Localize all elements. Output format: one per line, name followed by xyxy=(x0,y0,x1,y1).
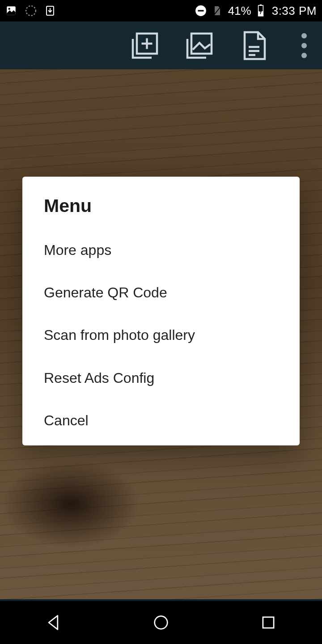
dnd-icon xyxy=(195,5,207,17)
gallery-button[interactable] xyxy=(182,28,217,64)
menu-item-reset-ads[interactable]: Reset Ads Config xyxy=(22,357,300,399)
recents-button[interactable] xyxy=(242,609,295,636)
menu-dialog: Menu More apps Generate QR Code Scan fro… xyxy=(22,177,300,445)
clock: 3:33 PM xyxy=(272,4,317,18)
svg-point-12 xyxy=(155,616,168,629)
overflow-menu-button[interactable] xyxy=(291,28,318,64)
battery-percentage: 41% xyxy=(228,4,251,18)
svg-point-2 xyxy=(26,6,36,16)
app-bar xyxy=(0,21,322,69)
status-left-icons xyxy=(5,4,55,17)
download-notification-icon xyxy=(45,4,55,17)
dialog-title: Menu xyxy=(22,177,300,229)
menu-item-generate-qr[interactable]: Generate QR Code xyxy=(22,271,300,314)
menu-item-cancel[interactable]: Cancel xyxy=(22,399,300,442)
no-sim-icon xyxy=(212,4,223,17)
add-to-library-button[interactable] xyxy=(127,28,163,64)
status-right: 41% 3:33 PM xyxy=(195,4,317,18)
gallery-notification-icon xyxy=(5,5,17,17)
navigation-bar xyxy=(0,601,322,644)
document-button[interactable] xyxy=(236,28,272,64)
status-bar: 41% 3:33 PM xyxy=(0,0,322,21)
battery-charging-icon xyxy=(257,4,265,17)
svg-rect-13 xyxy=(263,617,274,628)
svg-rect-5 xyxy=(198,10,203,11)
sync-notification-icon xyxy=(25,5,37,17)
back-button[interactable] xyxy=(27,609,80,636)
menu-item-more-apps[interactable]: More apps xyxy=(22,229,300,271)
svg-point-1 xyxy=(8,8,10,10)
screen: 41% 3:33 PM xyxy=(0,0,322,644)
dot-icon xyxy=(301,53,307,58)
dot-icon xyxy=(301,33,307,38)
dot-icon xyxy=(301,43,307,48)
menu-item-scan-gallery[interactable]: Scan from photo gallery xyxy=(22,314,300,356)
home-button[interactable] xyxy=(134,609,188,636)
svg-rect-8 xyxy=(260,4,262,5)
